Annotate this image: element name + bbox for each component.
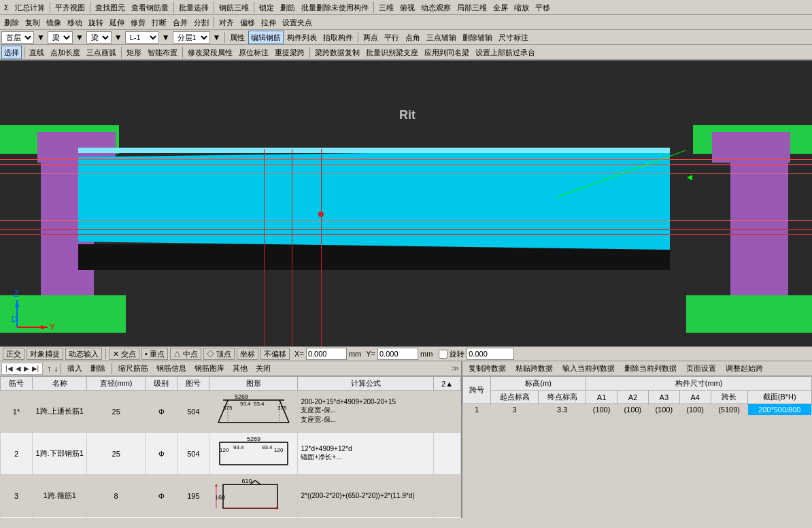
btn-page-setup[interactable]: 页面设置: [683, 363, 720, 375]
btn-extend[interactable]: 延伸: [107, 16, 127, 29]
btn-objsnap[interactable]: 对象捕捉: [27, 348, 63, 360]
btn-dynobs[interactable]: 动态观察: [418, 1, 454, 14]
btn-applybeam[interactable]: 应用到同名梁: [422, 46, 472, 59]
btn-findelement[interactable]: 查找图元: [92, 1, 128, 14]
btn-copy-span-data[interactable]: 复制跨数据: [465, 363, 509, 375]
btn-lock[interactable]: 锁定: [256, 1, 277, 14]
right-table-container[interactable]: 跨号 标高(m) 构件尺寸(mm) 起点标高 终点标高 A1 A2 A3 A4 …: [462, 376, 812, 518]
btn-other[interactable]: 其他: [229, 363, 251, 375]
btn-complist[interactable]: 构件列表: [284, 31, 320, 44]
btn-select[interactable]: 选择: [1, 46, 22, 59]
td-section[interactable]: 200*500/800: [747, 404, 811, 416]
rotate-checkbox[interactable]: [439, 350, 447, 359]
span-select[interactable]: L-1: [125, 31, 159, 44]
btn-delete[interactable]: 删除: [1, 16, 22, 29]
beam-select[interactable]: 梁: [86, 31, 112, 44]
btn-dimension[interactable]: 尺寸标注: [496, 31, 531, 44]
table-row[interactable]: 1* 1跨.上通长筋1 25 Φ 504 5269 375: [1, 391, 461, 433]
btn-respan[interactable]: 重提梁跨: [272, 46, 307, 59]
btn-rotate[interactable]: 旋转: [86, 16, 106, 29]
btn-batchdelete[interactable]: 批量删除未使用构件: [299, 1, 371, 14]
btn-rect[interactable]: 矩形: [124, 46, 144, 59]
btn-midweight[interactable]: • 重点: [141, 348, 168, 360]
btn-break[interactable]: 打断: [149, 16, 169, 29]
btn-local3d[interactable]: 局部三维: [454, 1, 490, 14]
btn-pointlen[interactable]: 点加长度: [48, 46, 83, 59]
btn-del-col-data[interactable]: 删除当前列数据: [621, 363, 680, 375]
btn-mirror[interactable]: 镜像: [44, 16, 64, 29]
btn-trim[interactable]: 修剪: [128, 16, 148, 29]
btn-pan[interactable]: 平移: [532, 1, 553, 14]
btn-batchselect[interactable]: 批量选择: [176, 1, 212, 14]
btn-align[interactable]: 对齐: [216, 16, 237, 29]
btn-rebar-info[interactable]: 钢筋信息: [153, 363, 190, 375]
btn-midpoint[interactable]: △ 中点: [170, 348, 201, 360]
table-row[interactable]: 4 4跨.筋 2*(((200-2*20-2*d-25)/3*1+...: [1, 517, 461, 518]
table-row[interactable]: 2 1跨.下部钢筋1 25 Φ 504 5269 120: [1, 433, 461, 475]
rotate-input[interactable]: [467, 348, 514, 360]
btn-merge[interactable]: 合并: [170, 16, 190, 29]
viewport-3d[interactable]: 非悬挑梁，软件不显示为斜梁，但程钢计算是按斜梁平均高度计算的。 Z Y D Ri…: [0, 61, 812, 346]
btn-move[interactable]: 移动: [65, 16, 85, 29]
btn-coord[interactable]: 坐标: [237, 348, 258, 360]
btn-intersection[interactable]: ✕ 交点: [109, 348, 139, 360]
btn-insert[interactable]: 插入: [64, 363, 86, 375]
btn-settop[interactable]: 设置上部筋过承台: [473, 46, 538, 59]
btn-parallel[interactable]: 平行: [382, 31, 402, 44]
btn-line[interactable]: 直线: [27, 46, 47, 59]
floor-select[interactable]: 分层1: [173, 31, 210, 44]
btn-paste-span-data[interactable]: 粘贴跨数据: [512, 363, 556, 375]
btn-delrebar[interactable]: 删筋: [277, 1, 298, 14]
btn-nooffset[interactable]: 不偏移: [260, 348, 290, 360]
btn-pointangle[interactable]: 点角: [403, 31, 423, 44]
btn-copyspan[interactable]: 梁跨数据复制: [312, 46, 362, 59]
btn-batchid[interactable]: 批量识别梁支座: [363, 46, 421, 59]
btn-3d[interactable]: 三维: [376, 1, 396, 14]
btn-property[interactable]: 属性: [227, 31, 248, 44]
btn-dyninput[interactable]: 动态输入: [65, 348, 102, 360]
btn-stretch[interactable]: 拉伸: [258, 16, 279, 29]
btn-threepoint-axis[interactable]: 三点辅轴: [424, 31, 459, 44]
component-select[interactable]: 梁: [48, 31, 73, 44]
btn-scale-rebar[interactable]: 缩尺筋筋: [115, 363, 152, 375]
nav-last[interactable]: ▶|: [31, 365, 41, 372]
span-table-row[interactable]: 1 3 3.3 (100) (100) (100) (100) (5109) 2…: [463, 404, 812, 416]
btn-input-col-data[interactable]: 输入当前列数据: [559, 363, 618, 375]
btn-viewrebar[interactable]: 查看钢筋量: [129, 1, 171, 14]
nav-first[interactable]: |◀: [4, 365, 14, 372]
layer-select[interactable]: 首层: [1, 31, 34, 44]
nav-down[interactable]: ↓: [54, 364, 58, 374]
btn-del-row[interactable]: 删除: [87, 363, 109, 375]
btn-vertex[interactable]: ◇ 顶点: [203, 348, 235, 360]
rebar-table-container[interactable]: 筋号 名称 直径(mm) 级别 图号 图形 计算公式 2▲ 1* 1跨.上通长筋…: [0, 376, 461, 518]
btn-setgrip[interactable]: 设置夹点: [280, 16, 315, 29]
btn-twopoint[interactable]: 两点: [360, 31, 381, 44]
btn-close[interactable]: 关闭: [252, 363, 274, 375]
btn-zoom[interactable]: 缩放: [511, 1, 532, 14]
x-input[interactable]: [306, 348, 347, 360]
btn-rebar3d[interactable]: 钢筋三维: [216, 1, 252, 14]
btn-copy[interactable]: 复制: [22, 16, 43, 29]
btn-delete-axis[interactable]: 删除辅轴: [460, 31, 495, 44]
btn-arc[interactable]: 三点画弧: [84, 46, 119, 59]
btn-pickup[interactable]: 抬取构件: [320, 31, 356, 44]
btn-topview[interactable]: 俯视: [397, 1, 418, 14]
btn-summary[interactable]: Σ: [1, 1, 12, 14]
btn-smartplace[interactable]: 智能布置: [145, 46, 180, 59]
btn-flatview[interactable]: 平齐视图: [52, 1, 88, 14]
btn-rebar-lib[interactable]: 钢筋图库: [191, 363, 228, 375]
btn-inplace[interactable]: 原位标注: [236, 46, 271, 59]
table-row[interactable]: 3 1跨.箍筋1 8 Φ 195 610 160: [1, 475, 461, 517]
btn-adj-start-span[interactable]: 调整起始跨: [722, 363, 766, 375]
btn-split[interactable]: 分割: [191, 16, 212, 29]
nav-up[interactable]: ↑: [47, 364, 51, 374]
nav-next[interactable]: ▶: [22, 365, 31, 372]
btn-editrebar[interactable]: 编辑钢筋: [248, 31, 284, 44]
nav-prev[interactable]: ◀: [14, 365, 22, 372]
btn-fullscreen[interactable]: 全屏: [490, 1, 511, 14]
btn-orthogonal[interactable]: 正交: [3, 348, 24, 360]
btn-modspan[interactable]: 修改梁段属性: [185, 46, 235, 59]
y-input[interactable]: [377, 348, 418, 360]
btn-offset[interactable]: 偏移: [237, 16, 258, 29]
btn-calc[interactable]: 汇总计算: [12, 1, 48, 14]
